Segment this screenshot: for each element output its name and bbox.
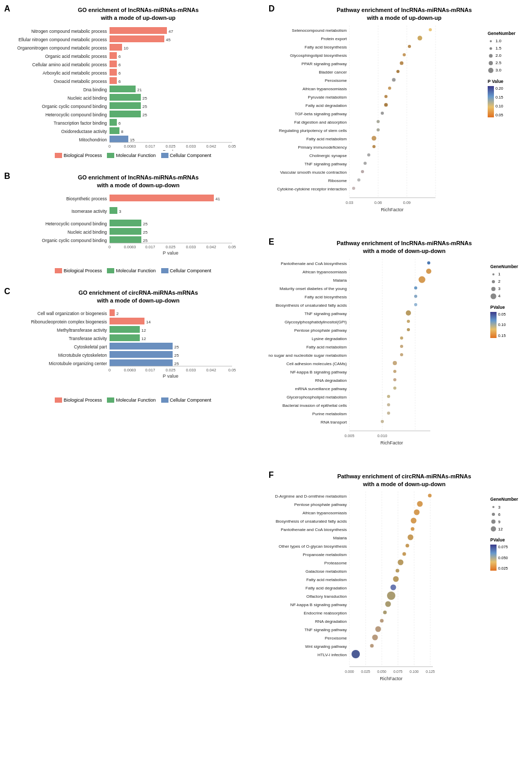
svg-text:Glycosphingolipid biosynthesis: Glycosphingolipid biosynthesis bbox=[290, 53, 347, 58]
svg-rect-64 bbox=[110, 236, 141, 243]
legend-c-molecular: Molecular Function bbox=[107, 397, 155, 403]
svg-text:21: 21 bbox=[137, 88, 142, 92]
svg-point-265 bbox=[492, 513, 495, 516]
svg-point-110 bbox=[429, 28, 432, 31]
svg-point-120 bbox=[396, 70, 400, 73]
svg-text:2: 2 bbox=[116, 311, 119, 316]
svg-text:Glycosylphosphatidylinositol(G: Glycosylphosphatidylinositol(GPI) bbox=[285, 320, 347, 324]
svg-text:Purine metabolism: Purine metabolism bbox=[312, 412, 347, 416]
svg-text:Primary immunodeficiency: Primary immunodeficiency bbox=[298, 145, 347, 150]
panel-e: E Pathway enrichment of lncRNAs-miRNAs-m… bbox=[266, 233, 532, 461]
legend-box-molecular bbox=[107, 153, 114, 158]
svg-point-249 bbox=[376, 626, 381, 632]
panel-a-chart: Nitrogen compound metabolic process 47 E… bbox=[13, 26, 253, 151]
svg-point-229 bbox=[406, 544, 409, 548]
svg-rect-40 bbox=[110, 136, 128, 142]
legend-molecular: Molecular Function bbox=[107, 153, 155, 158]
svg-point-193 bbox=[393, 387, 396, 390]
svg-text:Heterocyclic compound binding: Heterocyclic compound binding bbox=[45, 221, 107, 226]
svg-text:Maturity onset diabetes of the: Maturity onset diabetes of the young bbox=[280, 286, 347, 291]
svg-point-157 bbox=[489, 61, 493, 65]
svg-point-132 bbox=[377, 120, 380, 123]
svg-text:0.075: 0.075 bbox=[393, 670, 403, 673]
panel-d: D Pathway enrichment of lncRNAs-miRNAs-m… bbox=[266, 0, 532, 228]
svg-text:8: 8 bbox=[121, 129, 124, 134]
svg-point-219 bbox=[417, 501, 423, 507]
svg-point-217 bbox=[428, 494, 432, 498]
svg-text:RNA degradation: RNA degradation bbox=[315, 378, 347, 383]
svg-text:Glycerophospholipid metabolism: Glycerophospholipid metabolism bbox=[286, 395, 347, 400]
svg-text:6: 6 bbox=[118, 121, 121, 126]
svg-text:Fatty acid degradation: Fatty acid degradation bbox=[306, 103, 347, 108]
svg-text:Oxoacid metabolic process: Oxoacid metabolic process bbox=[54, 79, 107, 84]
svg-rect-10 bbox=[110, 52, 117, 59]
svg-text:P value: P value bbox=[163, 373, 178, 379]
svg-text:12: 12 bbox=[141, 328, 146, 333]
svg-text:0.010: 0.010 bbox=[378, 433, 388, 438]
svg-point-239 bbox=[391, 585, 396, 590]
svg-point-191 bbox=[393, 378, 396, 381]
legend-b-biological: Biological Process bbox=[55, 268, 102, 273]
svg-text:0.0083: 0.0083 bbox=[124, 144, 136, 149]
svg-point-197 bbox=[387, 403, 390, 406]
panel-f: F Pathway enrichment of circRNA-miRNAs-m… bbox=[266, 466, 532, 705]
svg-text:Organic cyclic compound bindin: Organic cyclic compound binding bbox=[42, 104, 107, 109]
svg-text:Amino sugar and nucleotide sug: Amino sugar and nucleotide sugar metabol… bbox=[269, 353, 347, 358]
panel-a-title: GO enrichment of lncRNAs-miRNAs-mRNAswit… bbox=[15, 6, 262, 22]
svg-point-173 bbox=[414, 303, 417, 306]
svg-text:0.033: 0.033 bbox=[186, 144, 196, 149]
svg-text:25: 25 bbox=[142, 113, 147, 117]
svg-text:African trypanosomiasis: African trypanosomiasis bbox=[303, 87, 347, 91]
svg-text:Arboxylic acid metabolic proce: Arboxylic acid metabolic process bbox=[43, 70, 107, 76]
svg-point-179 bbox=[407, 328, 410, 331]
svg-text:Cellular amino acid metabolic : Cellular amino acid metabolic process bbox=[32, 62, 107, 67]
svg-point-124 bbox=[388, 87, 391, 90]
panel-c-title: GO enrichment of circRNA-miRNAs-mRNAswit… bbox=[15, 289, 262, 305]
svg-text:0.000: 0.000 bbox=[345, 670, 354, 673]
svg-point-154 bbox=[490, 40, 492, 42]
svg-text:Ribonucleoprotein complex biog: Ribonucleoprotein complex biogenesis bbox=[31, 319, 107, 324]
svg-point-245 bbox=[383, 611, 387, 614]
panel-e-label: E bbox=[269, 237, 274, 247]
svg-text:6: 6 bbox=[118, 54, 121, 59]
svg-text:Proteasome: Proteasome bbox=[324, 561, 347, 565]
svg-point-235 bbox=[396, 569, 400, 573]
svg-point-146 bbox=[357, 178, 360, 182]
svg-text:0.0083: 0.0083 bbox=[124, 245, 136, 249]
panel-c-label: C bbox=[4, 287, 10, 296]
svg-text:RichFactor: RichFactor bbox=[381, 207, 404, 212]
svg-text:Pyruvate metabolism: Pyruvate metabolism bbox=[308, 95, 347, 100]
svg-point-223 bbox=[411, 518, 417, 524]
svg-text:47: 47 bbox=[168, 29, 173, 34]
svg-point-264 bbox=[492, 506, 494, 508]
svg-point-266 bbox=[491, 520, 495, 524]
svg-text:0.042: 0.042 bbox=[207, 144, 216, 149]
svg-rect-4 bbox=[110, 35, 164, 42]
svg-point-171 bbox=[414, 295, 417, 298]
panel-b-title: GO enrichment of lncRNAs-miRNAs-mRNAswit… bbox=[15, 174, 262, 190]
panel-e-title: Pathway enrichment of lncRNAs-miRNAs-mRN… bbox=[279, 239, 529, 256]
legend-c-cellular: Cellular Component bbox=[161, 397, 212, 403]
svg-text:Malaria: Malaria bbox=[333, 278, 347, 283]
svg-text:3: 3 bbox=[119, 209, 122, 214]
svg-text:0.0083: 0.0083 bbox=[124, 368, 136, 372]
svg-text:Galactose metabolism: Galactose metabolism bbox=[306, 569, 347, 574]
svg-text:45: 45 bbox=[166, 38, 171, 42]
svg-text:41: 41 bbox=[215, 197, 220, 201]
svg-text:Heterocyclic compound binding: Heterocyclic compound binding bbox=[45, 112, 107, 117]
svg-rect-31 bbox=[110, 111, 141, 117]
panel-a-legend: Biological Process Molecular Function Ce… bbox=[4, 153, 262, 158]
svg-text:Fat digestion and absorption: Fat digestion and absorption bbox=[294, 120, 347, 125]
svg-text:25: 25 bbox=[143, 238, 148, 243]
svg-text:Olfactory transduction: Olfactory transduction bbox=[306, 594, 347, 599]
svg-text:PPAR signaling pathway: PPAR signaling pathway bbox=[301, 62, 347, 66]
svg-text:Transcription factor binding: Transcription factor binding bbox=[54, 120, 107, 126]
svg-point-251 bbox=[372, 635, 378, 641]
svg-text:Fatty acid biosynthesis: Fatty acid biosynthesis bbox=[305, 295, 347, 299]
svg-text:0.050: 0.050 bbox=[377, 670, 386, 673]
svg-text:6: 6 bbox=[118, 71, 121, 76]
svg-text:Microtubule cytoskeleton: Microtubule cytoskeleton bbox=[58, 353, 107, 358]
svg-rect-1 bbox=[110, 27, 167, 34]
svg-point-227 bbox=[408, 535, 414, 540]
svg-point-122 bbox=[392, 78, 396, 81]
